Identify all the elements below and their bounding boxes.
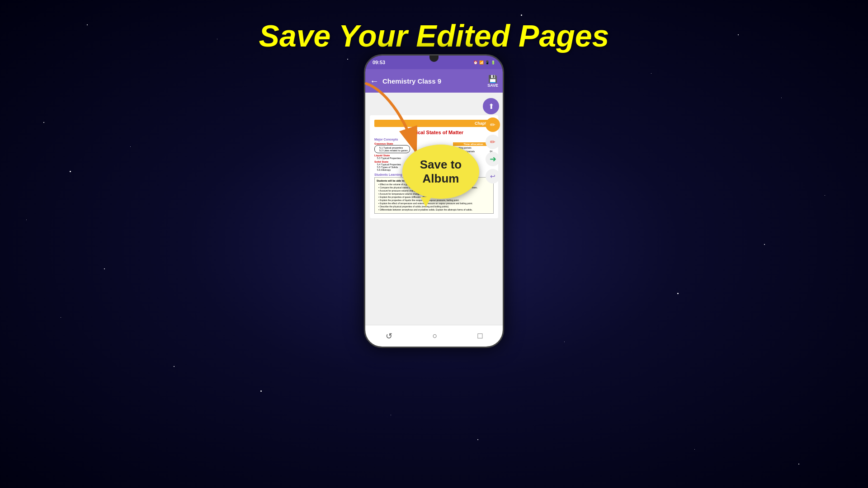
wifi-icon: 📶: [479, 61, 484, 65]
slo-item: • Differentiate between amorphous and cr…: [377, 208, 491, 211]
save-label: SAVE: [487, 83, 498, 88]
status-time: 09:53: [373, 60, 385, 65]
slo-item: • Describe the physical properties of so…: [377, 205, 491, 208]
pen-tool-button[interactable]: ✏: [486, 117, 500, 132]
status-icons: ⏰ 📶 📱 🔋: [473, 61, 495, 65]
save-icon: 💾: [488, 75, 497, 83]
arrow-tool-button[interactable]: ➜: [486, 152, 500, 166]
battery-icon: 🔋: [491, 61, 495, 65]
slo-item: • Explain the effect of temperature and …: [377, 202, 491, 205]
alarm-icon: ⏰: [473, 61, 478, 65]
nav-back-button[interactable]: ↺: [386, 331, 392, 341]
red-pen-tool-button[interactable]: ✏: [486, 135, 500, 149]
signal-icon: 📱: [485, 61, 490, 65]
nav-home-button[interactable]: ○: [433, 331, 438, 341]
upload-fab-button[interactable]: ⬆: [483, 98, 499, 114]
status-bar: 09:53 ⏰ 📶 📱 🔋: [365, 56, 503, 69]
nav-recent-button[interactable]: □: [478, 331, 483, 341]
upload-icon: ⬆: [488, 102, 494, 111]
slo-item: • Explain the properties of liquids like…: [377, 199, 491, 202]
save-to-album-bubble: Save to Album: [402, 145, 479, 199]
save-to-album-text: Save to Album: [420, 158, 462, 186]
page-title: Save Your Edited Pages: [0, 18, 868, 53]
share-tool-button[interactable]: ↩: [486, 169, 500, 183]
phone-nav-bar: ↺ ○ □: [365, 325, 503, 347]
side-tools-panel: ✏ ✏ ➜ ↩: [486, 117, 500, 183]
phone-notch: [429, 56, 439, 62]
save-button[interactable]: 💾 SAVE: [487, 75, 498, 88]
